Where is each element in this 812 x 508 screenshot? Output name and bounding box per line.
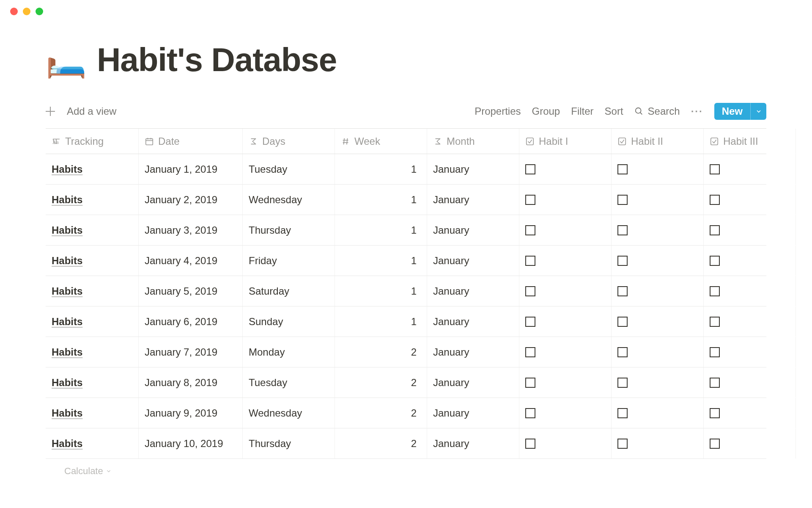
- cell-month[interactable]: January: [427, 246, 519, 276]
- cell-days[interactable]: Thursday: [243, 428, 335, 458]
- close-window-icon[interactable]: [10, 8, 18, 15]
- checkbox-habit2[interactable]: [617, 439, 628, 449]
- cell-date[interactable]: January 10, 2019: [139, 428, 243, 458]
- cell-habit3[interactable]: [704, 398, 796, 428]
- checkbox-habit2[interactable]: [617, 317, 628, 327]
- cell-days[interactable]: Saturday: [243, 276, 335, 306]
- cell-habit3[interactable]: [704, 306, 796, 337]
- checkbox-habit3[interactable]: [710, 408, 720, 418]
- table-row[interactable]: HabitsJanuary 1, 2019Tuesday1January: [46, 154, 766, 185]
- col-header-tracking[interactable]: Aa Tracking: [46, 129, 139, 154]
- table-row[interactable]: HabitsJanuary 9, 2019Wednesday2January: [46, 398, 766, 428]
- checkbox-habit3[interactable]: [710, 347, 720, 357]
- cell-habit2[interactable]: [612, 246, 704, 276]
- checkbox-habit1[interactable]: [525, 408, 535, 418]
- checkbox-habit1[interactable]: [525, 195, 535, 205]
- cell-date[interactable]: January 8, 2019: [139, 367, 243, 398]
- cell-habit2[interactable]: [612, 215, 704, 245]
- checkbox-habit3[interactable]: [710, 256, 720, 266]
- checkbox-habit1[interactable]: [525, 286, 535, 296]
- row-title[interactable]: Habits: [52, 285, 82, 297]
- cell-tracking[interactable]: Habits: [46, 367, 139, 398]
- sort-button[interactable]: Sort: [605, 105, 623, 117]
- cell-month[interactable]: January: [427, 306, 519, 337]
- cell-date[interactable]: January 7, 2019: [139, 337, 243, 367]
- cell-habit1[interactable]: [519, 337, 612, 367]
- cell-week[interactable]: 2: [335, 367, 427, 398]
- cell-habit3[interactable]: [704, 215, 796, 245]
- cell-habit3[interactable]: [704, 337, 796, 367]
- checkbox-habit2[interactable]: [617, 164, 628, 174]
- checkbox-habit3[interactable]: [710, 439, 720, 449]
- cell-week[interactable]: 2: [335, 337, 427, 367]
- cell-habit1[interactable]: [519, 276, 612, 306]
- checkbox-habit2[interactable]: [617, 408, 628, 418]
- cell-date[interactable]: January 6, 2019: [139, 306, 243, 337]
- cell-date[interactable]: January 3, 2019: [139, 215, 243, 245]
- checkbox-habit3[interactable]: [710, 225, 720, 235]
- filter-button[interactable]: Filter: [571, 105, 593, 117]
- cell-habit1[interactable]: [519, 215, 612, 245]
- cell-habit1[interactable]: [519, 428, 612, 458]
- table-row[interactable]: HabitsJanuary 4, 2019Friday1January: [46, 246, 766, 276]
- col-header-month[interactable]: Month: [427, 129, 519, 154]
- cell-habit3[interactable]: [704, 246, 796, 276]
- checkbox-habit1[interactable]: [525, 439, 535, 449]
- table-row[interactable]: HabitsJanuary 6, 2019Sunday1January: [46, 306, 766, 337]
- col-header-habit2[interactable]: Habit II: [612, 129, 704, 154]
- cell-month[interactable]: January: [427, 337, 519, 367]
- add-view-button[interactable]: Add a view: [67, 105, 116, 117]
- cell-date[interactable]: January 1, 2019: [139, 154, 243, 184]
- table-row[interactable]: HabitsJanuary 2, 2019Wednesday1January: [46, 185, 766, 215]
- row-title[interactable]: Habits: [52, 438, 82, 450]
- checkbox-habit3[interactable]: [710, 164, 720, 174]
- cell-tracking[interactable]: Habits: [46, 337, 139, 367]
- cell-habit3[interactable]: [704, 185, 796, 215]
- cell-month[interactable]: January: [427, 276, 519, 306]
- new-button[interactable]: New: [714, 103, 766, 120]
- checkbox-habit2[interactable]: [617, 195, 628, 205]
- cell-tracking[interactable]: Habits: [46, 246, 139, 276]
- col-header-habit1[interactable]: Habit I: [519, 129, 612, 154]
- checkbox-habit1[interactable]: [525, 256, 535, 266]
- checkbox-habit2[interactable]: [617, 256, 628, 266]
- cell-habit2[interactable]: [612, 367, 704, 398]
- cell-habit2[interactable]: [612, 428, 704, 458]
- table-row[interactable]: HabitsJanuary 10, 2019Thursday2January: [46, 428, 766, 459]
- col-header-week[interactable]: Week: [335, 129, 427, 154]
- cell-habit3[interactable]: [704, 276, 796, 306]
- col-header-habit3[interactable]: Habit III: [704, 129, 796, 154]
- cell-tracking[interactable]: Habits: [46, 428, 139, 458]
- cell-habit1[interactable]: [519, 367, 612, 398]
- cell-tracking[interactable]: Habits: [46, 276, 139, 306]
- checkbox-habit1[interactable]: [525, 225, 535, 235]
- cell-habit1[interactable]: [519, 154, 612, 184]
- search-button[interactable]: Search: [634, 105, 680, 117]
- cell-habit2[interactable]: [612, 306, 704, 337]
- cell-month[interactable]: January: [427, 428, 519, 458]
- cell-habit3[interactable]: [704, 428, 796, 458]
- row-title[interactable]: Habits: [52, 377, 82, 389]
- cell-habit2[interactable]: [612, 337, 704, 367]
- col-header-date[interactable]: Date: [139, 129, 243, 154]
- more-menu-button[interactable]: ···: [691, 105, 703, 117]
- cell-week[interactable]: 1: [335, 276, 427, 306]
- group-button[interactable]: Group: [532, 105, 560, 117]
- cell-days[interactable]: Friday: [243, 246, 335, 276]
- cell-days[interactable]: Tuesday: [243, 154, 335, 184]
- row-title[interactable]: Habits: [52, 224, 82, 236]
- cell-tracking[interactable]: Habits: [46, 185, 139, 215]
- cell-week[interactable]: 1: [335, 246, 427, 276]
- cell-tracking[interactable]: Habits: [46, 215, 139, 245]
- page-title[interactable]: Habit's Databse: [97, 41, 337, 79]
- checkbox-habit2[interactable]: [617, 286, 628, 296]
- new-button-dropdown[interactable]: [750, 103, 766, 120]
- zoom-window-icon[interactable]: [36, 8, 43, 15]
- cell-habit2[interactable]: [612, 276, 704, 306]
- checkbox-habit1[interactable]: [525, 378, 535, 388]
- cell-days[interactable]: Wednesday: [243, 398, 335, 428]
- cell-week[interactable]: 1: [335, 215, 427, 245]
- row-title[interactable]: Habits: [52, 194, 82, 206]
- page-icon[interactable]: 🛏️: [46, 44, 87, 77]
- cell-month[interactable]: January: [427, 398, 519, 428]
